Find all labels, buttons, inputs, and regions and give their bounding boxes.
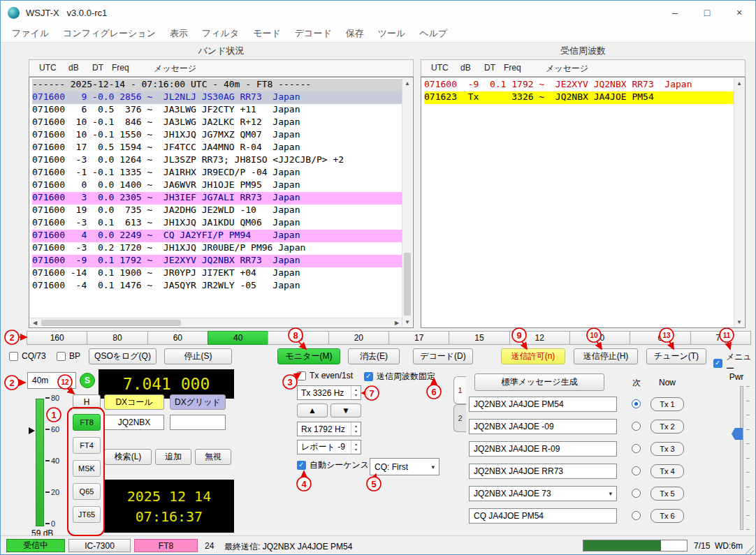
- close-button[interactable]: ×: [723, 1, 755, 24]
- dx-call-field[interactable]: JQ2NBX: [104, 415, 164, 430]
- next-radio-4[interactable]: [632, 466, 641, 475]
- erase-button[interactable]: 消去(E): [348, 348, 400, 364]
- next-radio-1[interactable]: [632, 399, 641, 408]
- message-field-3[interactable]: JQ2NBX JA4JOE R-09: [469, 441, 617, 457]
- decode-row[interactable]: 071600 -14 0.1 1900 ~ JR0YPJ JI7EKT +04 …: [32, 267, 402, 280]
- decode-row[interactable]: 071600 9 -0.0 2856 ~ JL2NLJ JS30AG RR73 …: [32, 91, 402, 104]
- decode-row[interactable]: 071600 10 -0.1 846 ~ JA3LWG JA2LKC R+12 …: [32, 117, 402, 129]
- tx-freq-up-button[interactable]: ▲: [297, 404, 328, 417]
- halt-button[interactable]: 停止(S): [164, 348, 232, 364]
- scrollbar-thumb[interactable]: [41, 320, 181, 326]
- dx-grid-field[interactable]: [170, 415, 226, 430]
- band-button-70[interactable]: 70: [690, 331, 751, 345]
- tx-now-button-6[interactable]: Tx 6: [650, 509, 684, 523]
- log-qso-button[interactable]: QSOをログ(Q): [89, 348, 157, 364]
- decode-row[interactable]: 071600 -3 0.1 613 ~ JH1XJQ JA1KDU QM06 J…: [32, 217, 402, 230]
- menu-item[interactable]: デコード: [288, 27, 339, 40]
- decode-row[interactable]: 071600 3 0.0 2305 ~ JH3IEF JG7ALI RR73 J…: [32, 192, 402, 205]
- next-radio-5[interactable]: [632, 489, 641, 498]
- band-button-10[interactable]: 10: [569, 331, 630, 345]
- scroll-right-icon[interactable]: ▶: [392, 318, 402, 327]
- menu-item[interactable]: 表示: [163, 27, 195, 40]
- menu-item[interactable]: モード: [246, 27, 288, 40]
- message-field-5[interactable]: JQ2NBX JA4JOE 73▾: [469, 486, 617, 501]
- message-field-2[interactable]: JQ2NBX JA4JOE -09: [469, 419, 617, 434]
- decode-row[interactable]: 071600 10 -0.1 1550 ~ JH1XJQ JG7MXZ QM07…: [32, 129, 402, 142]
- decode-row[interactable]: 071600 -3 0.2 1720 ~ JH1XJQ JR0UBE/P PM9…: [32, 242, 402, 255]
- menu-item[interactable]: フィルタ: [195, 27, 246, 40]
- tab-1[interactable]: 1: [453, 376, 466, 404]
- add-button[interactable]: 追加: [155, 449, 191, 465]
- title-bar[interactable]: WSJT-X v3.0.0-rc1 – □ ×: [1, 1, 755, 24]
- hold-tx-freq-checkbox[interactable]: 送信周波数固定: [364, 371, 435, 383]
- spinner-arrows-icon[interactable]: ▴▾: [351, 441, 361, 454]
- decode-row[interactable]: 071600 -4 0.1 1476 ~ JA5QYR JR2WLY -05 J…: [32, 280, 402, 293]
- v-scrollbar[interactable]: ▲ ▼: [734, 78, 744, 327]
- mode-button-msk[interactable]: MSK: [73, 460, 101, 477]
- decode-row[interactable]: 071600 -9 0.1 1792 ~ JE2XYV JQ2NBX RR73 …: [32, 255, 402, 267]
- decode-row[interactable]: 071600 -3 0.0 1264 ~ JL3SZP RR73; JH8ISO…: [32, 154, 402, 167]
- rx-freq-spinner[interactable]: Rx 1792 Hz ▴▾: [297, 422, 361, 436]
- tab-2[interactable]: 2: [453, 404, 466, 432]
- mode-button-ft8[interactable]: FT8: [73, 414, 101, 431]
- halt-tx-button[interactable]: 送信停止(H): [574, 348, 638, 364]
- h-button[interactable]: H: [73, 394, 101, 409]
- scroll-down-icon[interactable]: ▼: [734, 317, 744, 327]
- mode-button-jt65[interactable]: JT65: [73, 506, 101, 523]
- message-field-4[interactable]: JQ2NBX JA4JOE RR73: [469, 464, 617, 479]
- minimize-button[interactable]: –: [659, 1, 691, 24]
- menu-item[interactable]: ヘルプ: [412, 27, 454, 40]
- band-button-60[interactable]: 60: [147, 331, 208, 345]
- bp-checkbox[interactable]: BP: [57, 351, 80, 361]
- menu-item[interactable]: コンフィグレーション: [56, 27, 163, 40]
- decode-button[interactable]: デコード(D): [413, 348, 473, 364]
- auto-seq-checkbox[interactable]: 自動シーケンス: [297, 459, 369, 471]
- resize-grip[interactable]: [745, 545, 754, 554]
- maximize-button[interactable]: □: [691, 1, 723, 24]
- band-button-160[interactable]: 160: [27, 331, 87, 345]
- pwr-slider-handle[interactable]: [732, 428, 743, 440]
- menu-item[interactable]: ファイル: [5, 27, 56, 40]
- band-button-30[interactable]: 30: [268, 331, 328, 345]
- decode-row[interactable]: 071623 Tx 3326 ~ JQ2NBX JA4JOE PM54: [424, 91, 734, 104]
- tx-now-button-4[interactable]: Tx 4: [650, 464, 684, 478]
- band-button-80[interactable]: 80: [87, 331, 147, 345]
- spinner-arrows-icon[interactable]: ▴▾: [351, 422, 361, 436]
- pwr-slider-track[interactable]: [740, 386, 743, 530]
- decode-row[interactable]: 071600 -1 -0.1 1335 ~ JA1RHX JR9ECD/P -0…: [32, 167, 402, 179]
- rig-button[interactable]: IC-7300: [68, 539, 131, 552]
- band-button-20[interactable]: 20: [328, 331, 389, 345]
- tx-now-button-1[interactable]: Tx 1: [650, 397, 684, 411]
- ignore-button[interactable]: 無視: [195, 449, 231, 465]
- band-button-40[interactable]: 40: [208, 331, 268, 345]
- generate-messages-button[interactable]: 標準メッセージ生成: [474, 373, 604, 391]
- scroll-left-icon[interactable]: ◀: [30, 318, 40, 327]
- tx-now-button-5[interactable]: Tx 5: [650, 487, 684, 501]
- decode-row[interactable]: 071600 19 0.0 735 ~ JA2DHG JE2WLD -10 Ja…: [32, 205, 402, 217]
- v-scrollbar[interactable]: ▲ ▼: [402, 78, 412, 327]
- tx-even-checkbox[interactable]: Tx even/1st: [297, 371, 353, 380]
- tx-now-button-3[interactable]: Tx 3: [650, 442, 684, 456]
- report-spinner[interactable]: レポート -9 ▴▾: [297, 440, 361, 454]
- h-scrollbar[interactable]: ◀ ▶: [30, 318, 402, 327]
- scroll-down-icon[interactable]: ▼: [402, 317, 412, 327]
- menu-item[interactable]: ツール: [371, 27, 413, 40]
- dx-grid-button[interactable]: DXグリッド: [170, 394, 226, 410]
- decode-row[interactable]: 071600 -9 0.1 1792 ~ JE2XYV JQ2NBX RR73 …: [424, 79, 734, 91]
- tx-now-button-2[interactable]: Tx 2: [650, 420, 684, 434]
- tune-button[interactable]: チューン(T): [646, 348, 706, 364]
- band-button-15[interactable]: 15: [449, 331, 509, 345]
- scrollbar-thumb[interactable]: [404, 253, 411, 316]
- scroll-up-icon[interactable]: ▲: [734, 78, 744, 88]
- dx-call-button[interactable]: DXコール: [104, 394, 164, 410]
- mode-button-ft4[interactable]: FT4: [73, 437, 101, 454]
- decode-row[interactable]: 071600 4 0.0 2249 ~ CQ JA2YFI/P PM94 Jap…: [32, 230, 402, 242]
- mode-button-q65[interactable]: Q65: [73, 483, 101, 500]
- cq-mode-select[interactable]: CQ: First ▾: [370, 458, 439, 475]
- tx-freq-down-button[interactable]: ▼: [330, 404, 361, 417]
- enable-tx-button[interactable]: 送信許可(n): [501, 348, 565, 364]
- band-select[interactable]: 40m ▾: [27, 372, 76, 389]
- band-button-12[interactable]: 12: [509, 331, 570, 345]
- next-radio-6[interactable]: [632, 511, 641, 520]
- decode-row[interactable]: 071600 6 0.5 376 ~ JA3LWG JF2CTY +11 Jap…: [32, 104, 402, 117]
